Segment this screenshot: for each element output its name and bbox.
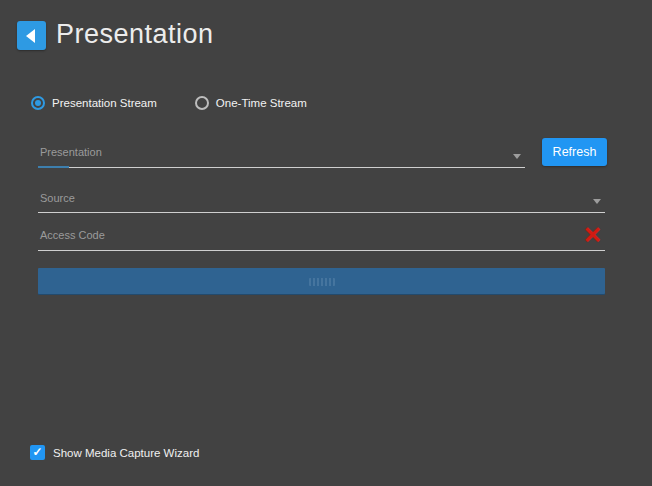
field-underline-accent bbox=[38, 166, 69, 168]
field-underline bbox=[38, 250, 605, 251]
chevron-down-icon[interactable] bbox=[593, 199, 601, 204]
radio-one-time-stream[interactable]: One-Time Stream bbox=[195, 96, 307, 110]
access-code-placeholder: Access Code bbox=[40, 229, 105, 241]
radio-unselected-icon[interactable] bbox=[195, 96, 209, 110]
presentation-window: Presentation Presentation Stream One-Tim… bbox=[0, 0, 652, 486]
presentation-dropdown[interactable]: Presentation bbox=[38, 146, 525, 168]
page-title: Presentation bbox=[56, 19, 214, 50]
presentation-placeholder: Presentation bbox=[40, 146, 102, 158]
radio-label: Presentation Stream bbox=[52, 97, 157, 109]
submit-button-ghost-text bbox=[309, 278, 335, 286]
radio-presentation-stream[interactable]: Presentation Stream bbox=[31, 96, 157, 110]
show-wizard-checkbox-row[interactable]: ✓ Show Media Capture Wizard bbox=[30, 445, 199, 460]
submit-button[interactable] bbox=[38, 268, 605, 295]
access-code-field[interactable]: Access Code bbox=[38, 229, 605, 251]
source-placeholder: Source bbox=[40, 192, 75, 204]
x-mark-icon: ✕ bbox=[583, 224, 602, 247]
source-dropdown[interactable]: Source bbox=[38, 192, 605, 213]
back-button[interactable] bbox=[17, 21, 46, 50]
chevron-down-icon[interactable] bbox=[513, 154, 521, 159]
radio-label: One-Time Stream bbox=[216, 97, 307, 109]
checkbox-checked-icon[interactable]: ✓ bbox=[30, 445, 45, 460]
field-underline bbox=[38, 212, 605, 213]
field-underline bbox=[38, 167, 525, 168]
show-wizard-checkbox-label: Show Media Capture Wizard bbox=[53, 447, 199, 459]
radio-selected-icon[interactable] bbox=[31, 96, 45, 110]
checkmark-icon: ✓ bbox=[32, 446, 42, 458]
refresh-button[interactable]: Refresh bbox=[542, 138, 607, 166]
stream-type-radio-group: Presentation Stream One-Time Stream bbox=[31, 96, 307, 110]
back-arrow-icon bbox=[26, 29, 35, 43]
